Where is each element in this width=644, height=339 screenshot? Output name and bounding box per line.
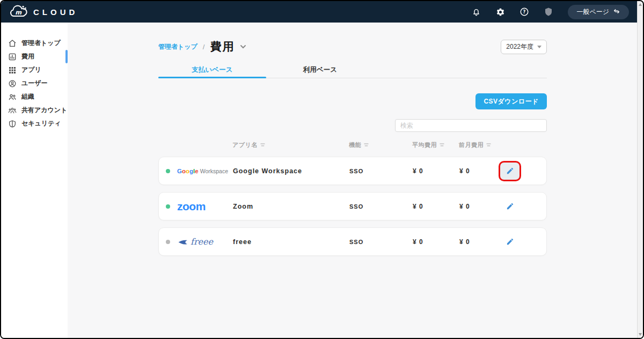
sidebar-item-label: 共有アカウント [21, 106, 67, 115]
scroll-down-arrow-icon[interactable] [639, 333, 642, 336]
search-input[interactable] [395, 119, 547, 132]
status-dot [166, 240, 170, 244]
sidebar-item-label: 組織 [21, 92, 34, 101]
sidebar-item-label: 管理者トップ [21, 39, 61, 48]
sort-icon [260, 143, 265, 147]
sidebar-item-label: アプリ [21, 65, 41, 75]
brand-wordmark: CLOUD [33, 8, 78, 17]
year-select-value: 2022年度 [506, 42, 533, 51]
sidebar-item-organization[interactable]: 組織 [1, 90, 68, 104]
app-function: SSO [349, 168, 413, 174]
grid-icon [8, 66, 17, 75]
topbar-actions: ? 一般ページ [471, 5, 629, 19]
freee-bird-icon [177, 238, 189, 246]
prev-month-cost: ¥ 0 [459, 167, 500, 175]
tab-usage-base[interactable]: 利用ベース [266, 62, 374, 78]
prev-month-cost: ¥ 0 [459, 238, 500, 246]
sidebar-item-admin-top[interactable]: 管理者トップ [1, 36, 68, 50]
avg-cost: ¥ 0 [413, 167, 459, 175]
page-title: 費用 [210, 39, 235, 54]
sidebar-item-security[interactable]: セキュリティ [1, 117, 68, 130]
chart-icon [8, 53, 17, 61]
avg-cost: ¥ 0 [413, 203, 459, 210]
brand-logo[interactable]: m CLOUD [9, 5, 78, 19]
group-icon [8, 106, 17, 115]
sort-icon [440, 143, 444, 147]
sidebar-item-apps[interactable]: アプリ [1, 63, 68, 77]
sidebar-item-users[interactable]: ユーザー [1, 77, 68, 90]
app-function: SSO [349, 203, 413, 210]
app-logo: Google Workspace zoom freee [177, 200, 233, 213]
sidebar-item-shared-accounts[interactable]: 共有アカウント [1, 104, 68, 117]
sidebar-item-label: セキュリティ [21, 119, 61, 128]
edit-button[interactable] [500, 233, 519, 250]
sidebar-item-label: 費用 [21, 52, 34, 61]
avg-cost: ¥ 0 [413, 238, 459, 246]
column-header-prev-month-cost[interactable]: 前月費用 [459, 141, 500, 149]
pencil-icon [506, 202, 514, 210]
sidebar-item-label: ユーザー [21, 79, 48, 88]
table-header: アプリ名 機能 平均費用 前月費用 [158, 138, 547, 151]
breadcrumb-parent-link[interactable]: 管理者トップ [158, 42, 197, 51]
chevron-down-icon[interactable] [240, 45, 246, 49]
google-workspace-logo: Google Workspace [177, 168, 228, 174]
pencil-icon [506, 238, 514, 246]
status-dot [166, 204, 170, 209]
settings-gear-icon[interactable] [495, 7, 505, 17]
tab-payment-base[interactable]: 支払いベース [158, 62, 266, 78]
vertical-scrollbar[interactable] [637, 1, 643, 338]
avatar-shield-icon[interactable] [544, 7, 553, 17]
page-switch-label: 一般ページ [576, 8, 609, 17]
edit-button[interactable] [500, 163, 519, 180]
table-row: Google Workspace zoom freee freee SSO ¥ … [158, 227, 547, 256]
csv-download-button[interactable]: CSVダウンロード [475, 93, 547, 109]
table-row: Google Workspace zoom freee Zoom SSO ¥ 0… [158, 192, 547, 220]
home-icon [8, 39, 17, 48]
sort-icon [364, 143, 369, 147]
prev-month-cost: ¥ 0 [459, 203, 500, 210]
caret-down-icon [537, 46, 541, 48]
svg-text:m: m [15, 9, 22, 16]
breadcrumb: 管理者トップ / 費用 2022年度 [158, 39, 547, 55]
tab-label: 支払いベース [192, 66, 233, 73]
people-icon [8, 93, 17, 101]
app-name: Zoom [233, 203, 349, 210]
tab-bar: 支払いベース 利用ベース [158, 62, 547, 78]
app-logo: Google Workspace zoom freee [177, 168, 233, 174]
app-table-body: Google Workspace zoom freee Google Works… [158, 157, 547, 256]
notifications-bell-icon[interactable] [471, 7, 481, 17]
sort-icon [486, 143, 491, 147]
app-name: Google Workspace [233, 167, 349, 175]
page-switch-button[interactable]: 一般ページ [568, 5, 629, 19]
column-header-function[interactable]: 機能 [349, 141, 412, 149]
zoom-logo: zoom [177, 200, 206, 213]
table-row: Google Workspace zoom freee Google Works… [158, 157, 547, 185]
cloud-logo-icon: m [9, 5, 29, 19]
year-select[interactable]: 2022年度 [501, 40, 547, 54]
user-circle-icon [8, 79, 17, 88]
column-header-avg-cost[interactable]: 平均費用 [412, 141, 459, 149]
tab-label: 利用ベース [303, 66, 337, 73]
shield-icon [8, 120, 17, 128]
freee-logo: freee [177, 237, 213, 247]
status-dot [166, 169, 170, 173]
scroll-up-arrow-icon[interactable] [639, 3, 642, 6]
swap-arrows-icon [613, 8, 620, 16]
app-name: freee [233, 238, 349, 246]
svg-text:?: ? [523, 9, 526, 14]
app-logo: Google Workspace zoom freee [177, 237, 233, 247]
edit-button[interactable] [500, 198, 519, 215]
help-icon[interactable]: ? [519, 7, 529, 17]
pencil-icon [506, 167, 514, 175]
sidebar: 管理者トップ 費用 アプリ ユーザー [1, 23, 68, 338]
breadcrumb-separator: / [203, 43, 205, 51]
column-header-app-name[interactable]: アプリ名 [232, 141, 349, 149]
app-window: m CLOUD [0, 0, 644, 339]
sidebar-item-costs[interactable]: 費用 [1, 50, 68, 63]
topbar: m CLOUD [1, 1, 643, 23]
google-logo-letters: Google [177, 168, 199, 174]
app-function: SSO [349, 239, 413, 245]
main-content: 管理者トップ / 費用 2022年度 支払いベース [68, 23, 643, 338]
